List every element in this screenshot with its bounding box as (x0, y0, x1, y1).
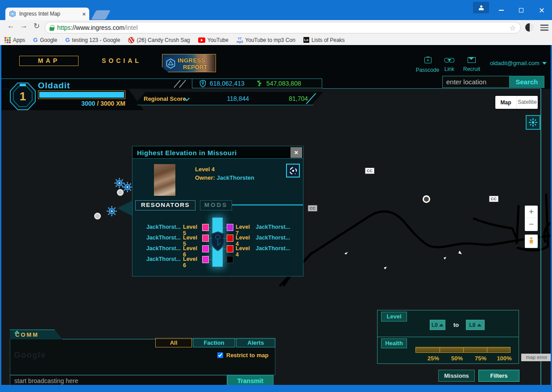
comm-tab-alerts[interactable]: Alerts (236, 338, 275, 347)
recruit-button[interactable]: Recruit (458, 57, 485, 72)
neutral-portal-icon[interactable] (94, 213, 101, 219)
resonator-owner[interactable]: JackThorst... (256, 235, 292, 241)
search-input[interactable] (442, 76, 510, 88)
portal-compass-button[interactable] (286, 164, 300, 177)
bookmark-candy-crush[interactable]: (26) Candy Crush Sag (128, 37, 190, 43)
resonator-owner[interactable]: JackThorst... (256, 224, 292, 230)
minimize-button[interactable] (493, 4, 509, 17)
url-text[interactable]: https://www.ingress.com/intel (57, 24, 506, 31)
filters-button[interactable]: Filters (478, 370, 519, 382)
agent-name: Oldadit (38, 81, 70, 91)
resonator-owner[interactable]: JackThorst... (145, 235, 181, 241)
url-bar[interactable]: https://www.ingress.com/intel ☆ (45, 22, 521, 33)
level-from-button[interactable]: L0 (430, 320, 445, 330)
report-line1: INGRESS (178, 57, 205, 64)
enlightened-global-score: 547,083,808 (266, 80, 301, 87)
compass-icon (289, 166, 298, 175)
resonator-owner[interactable]: JackThorst... (145, 224, 181, 230)
comm-header[interactable]: COMM (10, 330, 62, 339)
bookmark-youtube[interactable]: YouTube (198, 37, 228, 43)
google-watermark: Google (14, 350, 46, 360)
forward-button[interactable]: → (20, 21, 28, 30)
secure-lock-icon (50, 25, 54, 31)
nav-map-button[interactable]: MAP (19, 56, 79, 66)
xm-bar (38, 91, 125, 99)
popup-close-button[interactable]: × (291, 147, 302, 158)
map-error-button[interactable]: map error (521, 354, 552, 361)
refresh-button[interactable]: ↻ (33, 21, 40, 31)
xm-text: 3000 / 3000 XM (38, 100, 125, 107)
restrict-to-map[interactable]: Restrict to map (217, 352, 269, 359)
level-to-text: to (453, 322, 459, 328)
bookmark-testing[interactable]: G testing 123 - Google (65, 37, 120, 43)
resonator-row: JackThorst... Level 6 (133, 254, 304, 265)
portal-photo[interactable] (154, 164, 175, 196)
recruit-envelope-icon (468, 57, 476, 63)
tab-resonators[interactable]: RESONATORS (135, 200, 195, 210)
ingress-intel-page: CC CC CC MAP SOCIAL (0, 45, 552, 388)
bookmark-star-icon[interactable]: ☆ (510, 24, 516, 32)
window-frame-left (0, 45, 1, 388)
ingress-favicon-icon (9, 10, 16, 17)
map-type-satellite-button[interactable]: Satellite (516, 96, 538, 109)
account-email: oldadit@gmail.com (490, 60, 540, 66)
missions-button[interactable]: Missions (438, 370, 475, 382)
browser-tab[interactable]: Ingress Intel Map × (5, 8, 89, 20)
bookmark-lists-of-peaks[interactable]: Lo Lists of Peaks (303, 37, 345, 43)
resonator-swatch (202, 224, 209, 231)
bookmark-label: YouTube (208, 37, 228, 43)
regional-score-label[interactable]: Regional Score (144, 95, 186, 102)
url-path: /intel (125, 24, 138, 31)
road-label-cc: CC (365, 168, 374, 174)
lists-of-peaks-icon: Lo (303, 37, 309, 43)
apps-grid-icon (4, 37, 11, 43)
account-menu[interactable]: oldadit@gmail.com (490, 60, 547, 66)
extension-moon-icon[interactable] (525, 23, 534, 32)
resonator-swatch (202, 235, 209, 242)
portal-owner: Owner: JackThorsten (195, 174, 254, 181)
tab-mods[interactable]: MODS (200, 200, 232, 210)
resonator-swatch (227, 235, 233, 242)
bookmark-google[interactable]: G Google (33, 37, 57, 43)
nav-social-button[interactable]: SOCIAL (102, 57, 141, 64)
filter-divider (378, 337, 519, 337)
zoom-in-button[interactable]: + (525, 206, 538, 218)
maximize-button[interactable] (513, 4, 529, 17)
resonator-owner[interactable]: JackThorst... (145, 256, 181, 262)
map-type-map-button[interactable]: Map (495, 99, 516, 106)
level-to-button[interactable]: L8 (466, 320, 485, 330)
location-search: Search (442, 76, 544, 88)
resonator-swatch (227, 224, 233, 231)
bookmark-apps[interactable]: Apps (4, 37, 25, 43)
profile-button[interactable] (473, 2, 489, 13)
owner-name[interactable]: JackThorsten (216, 174, 254, 181)
tabs-accent-line (232, 204, 303, 206)
triangle-up-icon (477, 324, 481, 326)
resistance-portal-icon[interactable] (106, 205, 118, 217)
link-chain-icon (444, 57, 454, 63)
zoom-out-button[interactable]: − (525, 218, 538, 231)
resonator-owner[interactable]: JackThorst... (145, 245, 181, 252)
level-filter-label: Level (381, 312, 407, 322)
tab-close-icon[interactable]: × (82, 11, 86, 17)
pegman-button[interactable] (525, 235, 538, 248)
neutral-portal-icon[interactable] (117, 189, 124, 196)
my-location-button[interactable] (526, 115, 540, 130)
maximize-icon (519, 8, 523, 12)
comm-tab-faction[interactable]: Faction (193, 338, 235, 347)
restrict-checkbox[interactable] (217, 352, 223, 358)
back-button[interactable]: ← (7, 21, 15, 30)
bookmark-youtube-mp3[interactable]: YTmp3 YouTube to mp3 Con (237, 37, 295, 43)
badge-notch (20, 84, 26, 86)
person-icon (479, 5, 483, 10)
window-close-button[interactable]: ✕ (534, 4, 550, 17)
comm-tab-all[interactable]: All (155, 338, 192, 347)
resonator-owner[interactable]: JackThorst... (256, 245, 292, 252)
new-tab-button[interactable] (91, 10, 110, 20)
search-button[interactable]: Search (510, 76, 544, 88)
neutral-portal-icon[interactable] (423, 195, 430, 203)
browser-menu-icon[interactable] (540, 25, 548, 31)
ingress-report-button[interactable]: INGRESS REPORT (162, 54, 216, 72)
minimize-icon (499, 10, 504, 11)
health-slider[interactable] (415, 347, 510, 353)
